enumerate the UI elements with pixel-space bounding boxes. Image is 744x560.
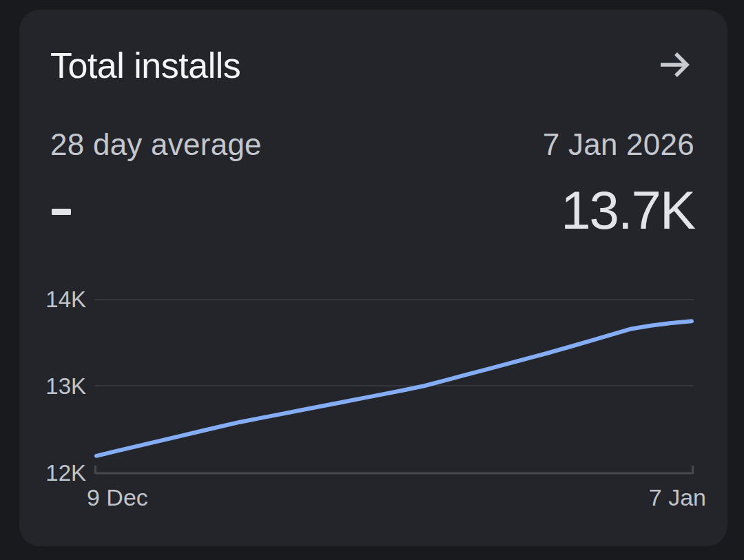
y-tick-label-14k: 14K xyxy=(39,288,86,311)
y-tick-label-12k: 12K xyxy=(39,462,86,484)
total-installs-card[interactable]: Total installs 28 day average 7 Jan 2026… xyxy=(19,10,727,546)
installs-trend-line xyxy=(96,321,692,456)
installs-chart-canvas xyxy=(94,292,694,482)
y-tick-label-13k: 13K xyxy=(39,375,86,397)
installs-chart: 14K 13K 12K 9 Dec 7 Jan xyxy=(19,10,727,546)
x-tick-label-end: 7 Jan xyxy=(649,486,706,509)
x-tick-label-start: 9 Dec xyxy=(87,486,148,509)
